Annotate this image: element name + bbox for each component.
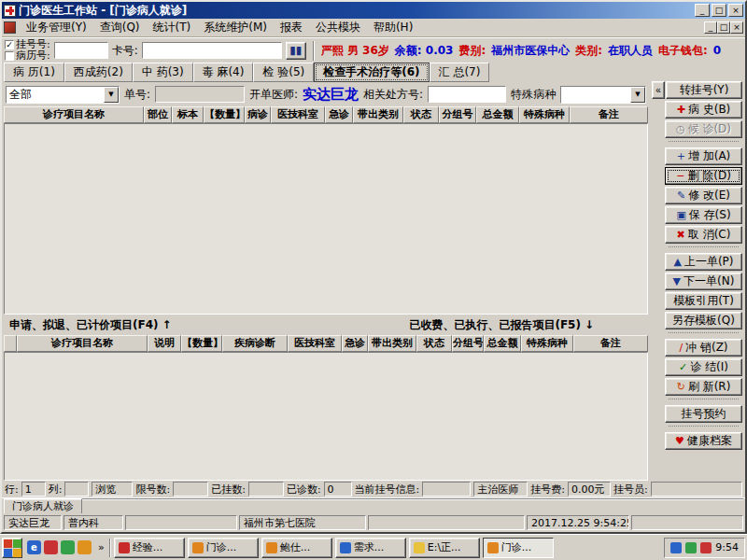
completed-table-body[interactable] [4,352,648,481]
minimize-button[interactable]: _ [695,4,710,17]
messenger-icon[interactable] [61,540,75,554]
cancel-button[interactable]: ✖ 取 消(C) [665,226,742,244]
tab-medical-record[interactable]: 病 历(1) [4,63,64,82]
tab-narcotics[interactable]: 毒 麻(4) [193,63,254,82]
task-button-baoshi[interactable]: 鲍仕... [261,538,332,558]
next-order-button[interactable]: ▼ 下一单(N) [665,273,742,290]
menu-reports[interactable]: 报表 [274,18,309,37]
column-header[interactable]: 特殊病种 [519,106,570,123]
menu-business-management[interactable]: 业务管理(Y) [20,18,93,37]
record-number-label: 病历号: [16,50,50,62]
apply-template-button[interactable]: 模板引用(T) [665,292,742,310]
task-button-requirements[interactable]: 需求... [335,538,406,558]
modify-button[interactable]: ✎ 修 改(E) [665,187,742,204]
tab-summary[interactable]: 汇 总(7) [430,63,490,82]
waiting-list-button[interactable]: ◷ 候 诊(D) [665,120,742,138]
folder-icon[interactable] [78,540,92,554]
column-header[interactable]: 诊疗项目名称 [4,106,144,123]
tab-exam-surgery-treatment[interactable]: 检查手术治疗等(6) [314,63,429,82]
tab-lab-test[interactable]: 检 验(5) [253,63,314,82]
chevron-down-icon[interactable]: ▼ [630,87,645,103]
column-header[interactable]: 医技科室 [271,106,325,123]
previous-order-button[interactable]: ▲ 上一单(P) [665,253,742,271]
row-value: 1 [21,482,46,497]
category-select[interactable]: 全部 ▼ [6,86,120,104]
collapse-panel-button[interactable]: « [652,81,665,99]
health-record-button[interactable]: ♥ 健康档案 [665,432,742,450]
column-header[interactable]: 特殊病种 [521,335,573,352]
column-header[interactable]: 部位 [144,106,172,123]
save-button[interactable]: ▣ 保 存(S) [665,206,742,224]
tray-input-method-icon[interactable] [670,542,682,553]
tray-antivirus-icon[interactable] [685,542,697,553]
task-button-experience[interactable]: 经验... [114,538,185,558]
column-header[interactable]: 【数量】 [181,335,222,352]
column-header[interactable]: 分组号 [439,106,476,123]
browser-icon[interactable]: e [27,540,41,554]
refresh-button[interactable]: ↻ 刷 新(R) [665,378,742,396]
menu-help[interactable]: 帮助(H) [367,18,419,37]
save-as-template-button[interactable]: 另存模板(Q) [665,312,742,329]
mdi-restore-button[interactable]: □ [717,21,730,34]
record-number-input[interactable] [54,42,108,59]
task-button-outpatient-2[interactable]: 门诊... [483,538,554,558]
card-number-input[interactable] [142,42,282,59]
column-header[interactable]: 带出类别 [353,106,403,123]
column-header[interactable]: 急诊 [325,106,353,123]
registration-appointment-button[interactable]: 挂号预约 [665,405,742,423]
tray-app-icon[interactable] [700,542,712,553]
column-header[interactable]: 【数量】 [204,106,245,123]
tab-western-medicine[interactable]: 西成药(2) [64,63,133,82]
restore-button[interactable]: □ [712,4,726,17]
menu-query[interactable]: 查询(Q) [93,18,147,37]
mdi-minimize-button[interactable]: _ [704,21,717,34]
column-header[interactable]: 备注 [573,335,648,352]
record-number-check-row[interactable]: 病历号: [5,50,50,62]
menu-public-modules[interactable]: 公共模块 [309,18,367,37]
finish-visit-button[interactable]: ✓ 诊 结(I) [665,358,742,376]
column-header[interactable]: 分组号 [452,335,484,352]
menu-system-maintenance[interactable]: 系统维护(M) [197,18,274,37]
column-header[interactable]: 诊疗项目名称 [17,335,148,352]
column-header[interactable]: 疾病诊断 [222,335,288,352]
card-reader-button[interactable]: ▮▮ [286,42,306,60]
special-disease-select[interactable]: ▼ [560,86,646,104]
column-header[interactable]: 总金额 [476,106,519,123]
column-header[interactable]: 医技科室 [288,335,342,352]
start-button[interactable] [2,538,22,558]
task-button-outpatient-1[interactable]: 门诊... [188,538,259,558]
column-header[interactable]: 标本 [172,106,204,123]
pending-table-body[interactable] [4,123,648,315]
media-player-icon[interactable] [44,540,58,554]
add-button[interactable]: + 增 加(A) [665,147,742,165]
medical-history-button[interactable]: ✚ 病 史(B) [665,101,742,119]
task-label: 需求... [354,540,385,554]
column-header[interactable]: 说明 [148,335,181,352]
record-number-checkbox[interactable] [5,51,14,61]
close-button[interactable]: × [728,4,743,17]
task-button-explorer[interactable]: E:\正... [409,538,480,558]
column-header[interactable]: 状态 [403,106,439,123]
column-header[interactable]: 状态 [416,335,452,352]
current-registration-value [422,482,471,497]
delete-button[interactable]: − 删 除(D) [665,167,742,185]
tab-chinese-medicine[interactable]: 中 药(3) [133,63,193,82]
workspace-tab-outpatient-visit[interactable]: 门诊病人就诊 [4,498,82,513]
column-header[interactable]: 备注 [570,106,648,123]
mdi-close-button[interactable]: × [730,21,743,34]
related-prescription-input[interactable] [428,86,506,103]
void-button[interactable]: ∕ 冲 销(Z) [665,339,742,357]
col-value [64,482,89,497]
content-column: 病 历(1) 西成药(2) 中 药(3) 毒 麻(4) 检 验(5) 检查手术治… [2,63,650,481]
column-header[interactable]: 带出类别 [368,335,416,352]
mdi-child-icon[interactable] [4,21,16,34]
column-header[interactable]: 总金额 [484,335,521,352]
transfer-registration-button[interactable]: 转挂号(Y) [666,81,742,99]
chevron-down-icon[interactable]: ▼ [104,87,119,103]
column-header[interactable]: 急诊 [342,335,368,352]
quick-launch-overflow-chevron[interactable]: » [96,541,106,553]
registration-number-checkbox[interactable] [5,40,14,49]
column-header[interactable]: 病诊 [245,106,271,123]
menu-statistics[interactable]: 统计(T) [147,18,198,37]
taskbar-clock[interactable]: 9:54 [715,541,739,553]
